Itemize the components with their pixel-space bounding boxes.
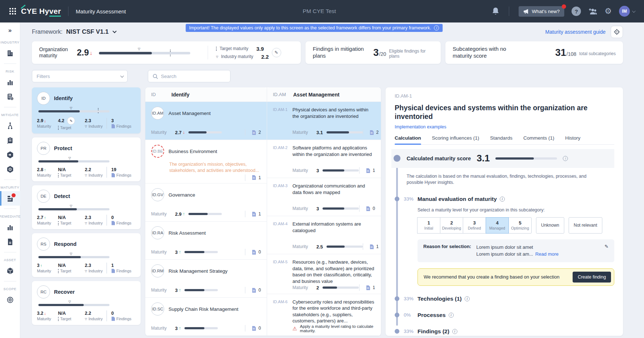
edit-target-button[interactable]: ✎	[272, 48, 281, 57]
organization-maturity-card: Organization maturity 2.9 ↓ ▽ Target mat…	[32, 41, 301, 64]
category-target-value: N/A	[58, 167, 66, 172]
header-name: Identify	[171, 92, 190, 98]
info-icon[interactable]: i	[500, 197, 505, 202]
category-maturity-bar: ▽	[38, 302, 109, 308]
info-icon[interactable]: i	[452, 329, 457, 334]
filters-input[interactable]	[37, 74, 117, 79]
brand-logo[interactable]: CYE Hyver	[21, 7, 61, 16]
maturity-guide-link[interactable]: Maturity assessment guide	[545, 29, 606, 35]
tab[interactable]: Standards	[490, 135, 512, 144]
search-input[interactable]	[161, 74, 226, 79]
sidebar-section-asset: ASSET	[4, 258, 16, 262]
sidebar-section-risk: RISK	[5, 69, 14, 73]
list-item[interactable]: ID.SC Supply Chain Risk Management Matur…	[145, 298, 267, 336]
sidebar-item-industry[interactable]	[0, 46, 20, 61]
trend-down-icon: ↓	[44, 119, 46, 123]
implementation-examples-link[interactable]: Implementation examples	[395, 124, 614, 129]
sidebar-item-remediation-report[interactable]	[0, 235, 20, 249]
list-item[interactable]: ID.GV Governance Maturity 2.9 ↑	[145, 184, 267, 222]
unknown-button[interactable]: Unknown	[536, 217, 564, 234]
maturity-level-selector: 1 Initial 2 Developing	[417, 217, 532, 234]
findings-mitigation-card: Findings in mitigation plans 3 /20 Eligi…	[306, 41, 441, 64]
sidebar-item-risk-quantification[interactable]	[0, 75, 20, 90]
findings-card-label: Findings in mitigation plans	[313, 46, 373, 59]
maturity-label: Maturity	[292, 206, 316, 211]
building-icon	[6, 49, 14, 57]
info-icon[interactable]: i	[449, 313, 454, 318]
list-item[interactable]: ID.AM-2 Software platforms and applicati…	[267, 140, 381, 178]
maturity-level-button[interactable]: 2 Developing	[440, 217, 463, 234]
sidebar-item-mitigation-plans[interactable]	[0, 133, 20, 148]
list-item[interactable]: ID.BE Business Environment The organizat…	[145, 140, 267, 184]
list-item[interactable]: ID.AM-3 Organizational communication and…	[267, 178, 381, 216]
sidebar-item-mitigation-import[interactable]	[0, 148, 20, 162]
tab[interactable]: Comments (1)	[523, 135, 554, 144]
sidebar-item-scope[interactable]	[0, 293, 20, 307]
group-name: Governance	[169, 192, 195, 198]
target-label: Target	[60, 125, 71, 130]
timeline-dot	[395, 329, 399, 334]
sidebar-item-remediation-stats[interactable]	[0, 220, 20, 235]
app-launcher-icon[interactable]	[9, 8, 16, 15]
list-item[interactable]: ID.AM Asset Management Maturity 2.7 ↓	[145, 102, 267, 140]
subcategories-denominator: /108	[566, 51, 576, 57]
maturity-level-button[interactable]: 4 Managed	[486, 217, 509, 234]
search-field[interactable]	[148, 70, 230, 82]
sidebar-item-mitigation-scope[interactable]	[0, 162, 20, 177]
category-card[interactable]: PR Protect ▽ 2.8↑ Maturity	[32, 137, 141, 181]
not-relevant-button[interactable]: Not relevant	[569, 217, 602, 234]
info-icon[interactable]: i	[434, 25, 439, 30]
list-item[interactable]: ID.AM-1 Physical devices and systems wit…	[267, 102, 381, 140]
create-finding-button[interactable]: Create finding	[573, 272, 611, 283]
user-menu[interactable]: IM	[619, 6, 635, 17]
sidebar-item-maturity-assessment[interactable]	[0, 191, 20, 206]
sidebar-item-risk-calculator[interactable]: $	[0, 90, 20, 104]
tab[interactable]: Calculation	[395, 135, 421, 144]
tab[interactable]: History	[565, 135, 580, 144]
list-item[interactable]: ID.AM-4 External information systems are…	[267, 216, 381, 254]
category-card[interactable]: DE Detect ▽ 2.7↑ Maturity	[32, 185, 141, 229]
list-item[interactable]: ID.AM-6 Cybersecurity roles and responsi…	[267, 294, 381, 336]
score-section[interactable]: 33% Findings (2) i	[391, 328, 614, 335]
gear-icon[interactable]: ⚙	[604, 7, 612, 15]
crosshair-button[interactable]	[611, 26, 623, 38]
bell-icon[interactable]	[492, 7, 499, 16]
info-icon[interactable]: i	[563, 156, 568, 161]
read-more-link[interactable]: Read more	[535, 251, 558, 257]
finding-recommendation-banner: We recommend that you create a finding b…	[417, 268, 614, 286]
category-card[interactable]: ID Identify ▽ 2.9↓ Maturity	[32, 87, 141, 133]
sidebar-divider	[4, 252, 16, 252]
whats-new-button[interactable]: What's new?	[519, 6, 564, 17]
list-item[interactable]: ID.RM Risk Management Strategy Maturity …	[145, 260, 267, 298]
maturity-label: Maturity	[151, 250, 175, 255]
add-user-icon[interactable]	[588, 8, 597, 15]
maturity-level-button[interactable]: 1 Initial	[417, 217, 440, 234]
sidebar-item-mitigation-routes[interactable]	[0, 119, 20, 133]
group-maturity-value: 3	[175, 288, 178, 293]
category-card[interactable]: RS Respond ▽ 3↑ Maturity	[32, 233, 141, 277]
row-divider	[245, 174, 245, 181]
document-icon	[111, 124, 115, 128]
sidebar-expand-icon[interactable]: »	[8, 27, 12, 34]
brand-text: CYE Hy	[21, 7, 49, 15]
top-navbar: CYE Hyver Maturity Assessment PM CYE Tes…	[0, 0, 644, 22]
tab[interactable]: Scoring influences (1)	[432, 135, 479, 144]
edit-target-button[interactable]: ✎	[67, 117, 75, 125]
info-icon[interactable]: i	[465, 296, 470, 301]
calculated-score-band: Calculated maturity score 3.1 i	[391, 149, 614, 168]
maturity-level-button[interactable]: 3 Defined	[463, 217, 486, 234]
score-section[interactable]: 33% Technologies (1) i	[391, 296, 614, 302]
filters-dropdown[interactable]	[32, 70, 128, 82]
bar-chart-icon	[6, 223, 14, 231]
industry-marker-icon: ▽	[70, 252, 72, 256]
help-icon[interactable]: ?	[572, 7, 581, 16]
edit-reason-icon[interactable]: ✎	[604, 244, 608, 249]
sidebar-item-assets[interactable]	[0, 264, 20, 278]
subcategory-maturity-value: 3	[316, 206, 319, 211]
maturity-level-button[interactable]: 5 Optimizing	[508, 217, 532, 234]
category-card[interactable]: RC Recover ▽ 3.2↓ Maturity	[32, 281, 141, 325]
list-item[interactable]: ID.AM-5 Resources (e.g., hardware, devic…	[267, 254, 381, 294]
score-section[interactable]: 0% Processes i	[391, 312, 614, 318]
list-item[interactable]: ID.RA Risk Assessment Maturity 3	[145, 222, 267, 260]
framework-selector[interactable]: Framework: NIST CSF V1.1	[32, 28, 115, 36]
